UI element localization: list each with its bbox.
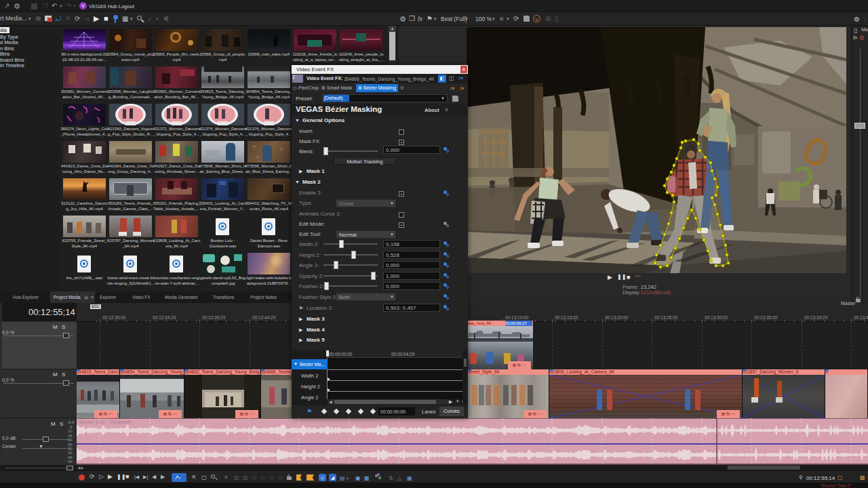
svg-text:Borden Lulu - Clockwork: Borden Lulu - Clockwork	[79, 420, 132, 424]
